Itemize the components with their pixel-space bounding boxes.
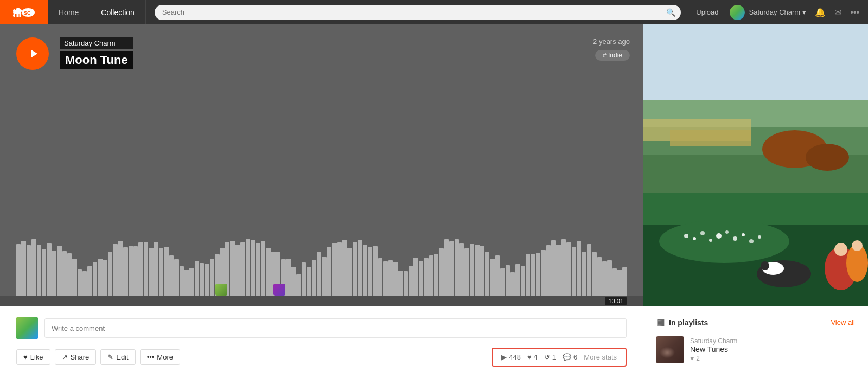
waveform-bar[interactable]	[464, 248, 469, 296]
waveform-bar[interactable]	[495, 255, 500, 296]
waveform-bar[interactable]	[57, 246, 61, 296]
waveform-bar[interactable]	[47, 243, 51, 296]
waveform-bar[interactable]	[144, 242, 148, 296]
waveform-bar[interactable]	[393, 262, 398, 296]
waveform-bar[interactable]	[429, 255, 433, 296]
waveform-bar[interactable]	[230, 241, 234, 296]
waveform-bar[interactable]	[27, 245, 31, 296]
waveform-bar[interactable]	[455, 239, 459, 296]
waveform-bar[interactable]	[566, 242, 571, 296]
waveform-bar[interactable]	[180, 266, 184, 296]
waveform-bar[interactable]	[98, 259, 102, 296]
waveform-bar[interactable]	[353, 242, 357, 296]
waveform-bar[interactable]	[572, 247, 576, 296]
waveform-bar[interactable]	[159, 248, 163, 296]
waveform-bar[interactable]	[597, 257, 602, 296]
waveform-bar[interactable]	[118, 241, 123, 296]
waveform-bar[interactable]	[240, 242, 245, 296]
waveform-bar[interactable]	[138, 242, 143, 296]
view-all-link[interactable]: View all	[831, 318, 855, 326]
waveform-bar[interactable]	[592, 252, 596, 296]
play-button[interactable]	[16, 37, 49, 70]
waveform-bar[interactable]	[235, 245, 240, 296]
waveform-bar[interactable]	[551, 240, 556, 296]
playlist-name[interactable]: New Tunes	[690, 345, 855, 354]
waveform-bar[interactable]	[577, 241, 581, 296]
waveform-bar[interactable]	[419, 261, 423, 296]
waveform-bar[interactable]	[582, 252, 586, 296]
waveform-bar[interactable]	[266, 248, 270, 296]
waveform-bar[interactable]	[531, 254, 535, 296]
avatar[interactable]	[730, 5, 745, 20]
waveform-bar[interactable]	[506, 265, 510, 296]
waveform-bar[interactable]	[129, 246, 133, 296]
waveform-bar[interactable]	[612, 268, 617, 296]
waveform-bar[interactable]	[413, 258, 418, 296]
waveform-bar[interactable]	[72, 259, 76, 296]
waveform-bar[interactable]	[449, 241, 454, 296]
waveform-bar[interactable]	[607, 260, 611, 296]
waveform-bar[interactable]	[210, 259, 214, 296]
waveform-bar[interactable]	[67, 253, 72, 296]
soundcloud-logo[interactable]: SC	[0, 0, 48, 24]
waveform-bar[interactable]	[52, 251, 56, 296]
waveform-bar[interactable]	[195, 261, 199, 296]
waveform-bar[interactable]	[526, 254, 530, 296]
waveform-bar[interactable]	[327, 247, 331, 296]
edit-button[interactable]: ✎ Edit	[100, 349, 135, 365]
waveform-bar[interactable]	[404, 271, 408, 296]
more-options-icon[interactable]: •••	[848, 5, 861, 20]
waveform-bar[interactable]	[332, 243, 336, 296]
share-button[interactable]: ↗ Share	[55, 349, 97, 365]
waveform-bar[interactable]	[296, 274, 301, 296]
waveform-bar[interactable]	[378, 258, 382, 296]
waveform-bar[interactable]	[541, 250, 545, 296]
waveform-bar[interactable]	[388, 260, 393, 296]
waveform-bar[interactable]	[500, 268, 505, 296]
more-stats-link[interactable]: More stats	[584, 353, 617, 361]
waveform-bar[interactable]	[200, 263, 204, 296]
comment-input[interactable]	[44, 318, 627, 338]
waveform-bar[interactable]	[424, 258, 428, 296]
waveform-bar[interactable]	[164, 247, 168, 296]
waveform-bar[interactable]	[291, 267, 296, 296]
upload-button[interactable]: Upload	[690, 8, 725, 16]
waveform-bar[interactable]	[256, 243, 260, 296]
waveform-bar[interactable]	[312, 260, 316, 296]
notifications-bell-icon[interactable]: 🔔	[813, 5, 828, 20]
waveform-bar[interactable]	[184, 270, 189, 296]
waveform-bar[interactable]	[602, 261, 607, 296]
waveform-bar[interactable]	[123, 247, 127, 296]
waveform-bar[interactable]	[444, 239, 449, 296]
waveform-bar[interactable]	[149, 248, 153, 296]
waveform-bar[interactable]	[37, 245, 41, 296]
nav-collection[interactable]: Collection	[90, 0, 145, 24]
waveform-bar[interactable]	[347, 248, 352, 296]
comment-bubble-1[interactable]	[215, 284, 227, 296]
username-display[interactable]: Saturday Charm ▾	[749, 8, 807, 16]
waveform-bar[interactable]	[21, 241, 25, 296]
waveform-bar[interactable]	[286, 259, 291, 296]
messages-mail-icon[interactable]: ✉	[832, 5, 844, 20]
waveform-bar[interactable]	[31, 239, 36, 296]
waveform-bar[interactable]	[87, 266, 92, 296]
waveform-bar[interactable]	[189, 268, 194, 296]
waveform-bar[interactable]	[251, 240, 255, 296]
waveform-bar[interactable]	[261, 241, 265, 296]
waveform-bar[interactable]	[246, 239, 250, 296]
waveform-bar[interactable]	[342, 240, 347, 296]
waveform-bar[interactable]	[546, 245, 551, 296]
waveform-bar[interactable]	[556, 245, 560, 296]
waveform-bar[interactable]	[62, 251, 67, 296]
waveform-bar[interactable]	[470, 244, 474, 296]
waveform-bar[interactable]	[363, 245, 367, 296]
waveform-bar[interactable]	[205, 264, 209, 296]
waveform-bar[interactable]	[434, 254, 438, 296]
like-button[interactable]: ♥ Like	[16, 349, 50, 365]
waveform-bar[interactable]	[459, 243, 464, 296]
waveform-bar[interactable]	[521, 266, 525, 296]
waveform-bar[interactable]	[174, 259, 178, 296]
waveform-bar[interactable]	[485, 252, 489, 296]
waveform-bar[interactable]	[154, 242, 158, 296]
waveform-bar[interactable]	[82, 271, 87, 296]
